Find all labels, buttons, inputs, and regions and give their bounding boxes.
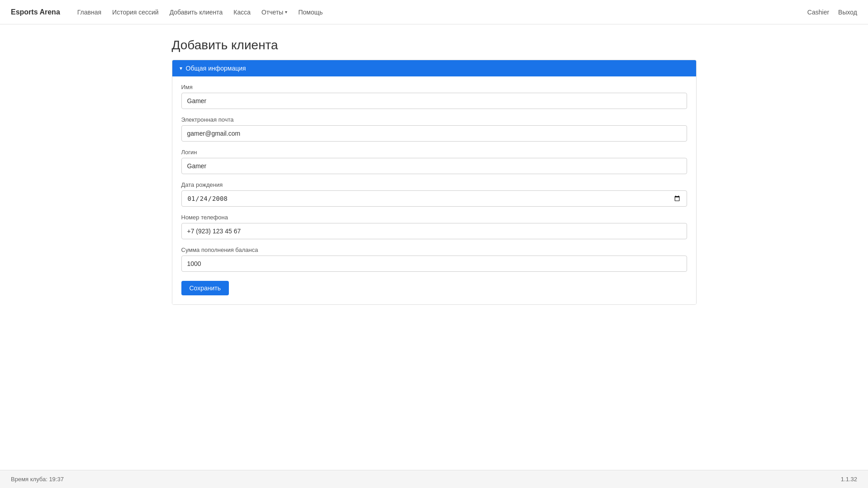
balance-label: Сумма пополнения баланса xyxy=(181,246,687,253)
app-version: 1.1.32 xyxy=(841,476,857,483)
club-time: Время клуба: 19:37 xyxy=(11,476,64,483)
navbar-user: Cashier xyxy=(807,9,829,16)
form-card: ▾ Общая информация Имя Электронная почта… xyxy=(172,60,697,305)
navbar-left: Esports Arena Главная История сессий Доб… xyxy=(11,6,327,19)
email-label: Электронная почта xyxy=(181,116,687,123)
form-card-body: Имя Электронная почта Логин Дата рождени… xyxy=(172,76,696,304)
page-title: Добавить клиента xyxy=(172,38,697,52)
logout-button[interactable]: Выход xyxy=(838,9,857,16)
nav-help[interactable]: Помощь xyxy=(294,6,327,19)
phone-input[interactable] xyxy=(181,223,687,239)
name-input[interactable] xyxy=(181,93,687,109)
chevron-down-icon: ▾ xyxy=(285,9,287,14)
form-card-header[interactable]: ▾ Общая информация xyxy=(172,60,696,76)
navbar-nav: Главная История сессий Добавить клиента … xyxy=(73,6,327,19)
footer: Время клуба: 19:37 1.1.32 xyxy=(0,470,868,488)
email-group: Электронная почта xyxy=(181,116,687,142)
email-input[interactable] xyxy=(181,125,687,142)
nav-sessions[interactable]: История сессий xyxy=(108,6,163,19)
navbar-right: Cashier Выход xyxy=(807,9,857,16)
navbar: Esports Arena Главная История сессий Доб… xyxy=(0,0,868,24)
balance-input[interactable] xyxy=(181,256,687,272)
login-label: Логин xyxy=(181,149,687,156)
name-group: Имя xyxy=(181,84,687,109)
app-brand: Esports Arena xyxy=(11,8,60,16)
name-label: Имя xyxy=(181,84,687,90)
birthdate-group: Дата рождения xyxy=(181,181,687,207)
nav-reports-label: Отчеты xyxy=(261,9,283,16)
nav-home[interactable]: Главная xyxy=(73,6,106,19)
nav-cashier-link[interactable]: Касса xyxy=(229,6,255,19)
phone-label: Номер телефона xyxy=(181,214,687,221)
balance-group: Сумма пополнения баланса xyxy=(181,246,687,272)
birthdate-input[interactable] xyxy=(181,190,687,207)
login-group: Логин xyxy=(181,149,687,174)
main-content: Добавить клиента ▾ Общая информация Имя … xyxy=(163,24,706,470)
collapse-icon: ▾ xyxy=(180,65,182,71)
phone-group: Номер телефона xyxy=(181,214,687,239)
save-button[interactable]: Сохранить xyxy=(181,281,229,295)
nav-reports-dropdown[interactable]: Отчеты ▾ xyxy=(257,6,292,19)
nav-add-client[interactable]: Добавить клиента xyxy=(165,6,228,19)
birthdate-label: Дата рождения xyxy=(181,181,687,188)
login-input[interactable] xyxy=(181,158,687,174)
form-section-label: Общая информация xyxy=(186,65,246,72)
